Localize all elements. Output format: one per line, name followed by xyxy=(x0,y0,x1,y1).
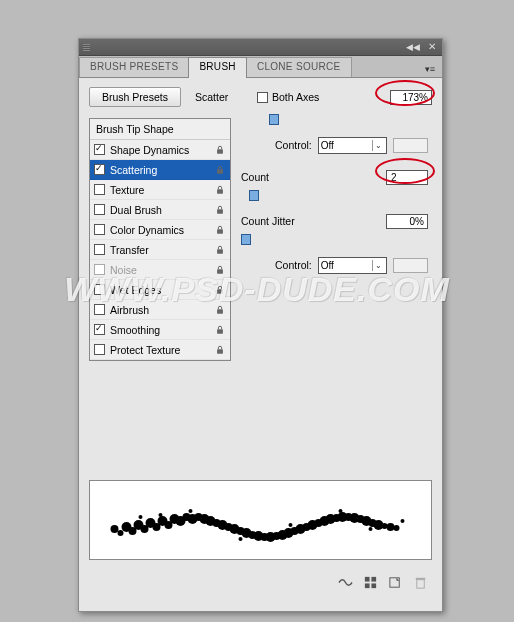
option-smoothing[interactable]: Smoothing xyxy=(90,320,230,340)
option-label: Smoothing xyxy=(110,324,214,336)
brush-panel: ◀◀ ✕ BRUSH PRESETS BRUSH CLONE SOURCE ▾≡… xyxy=(78,38,443,612)
option-checkbox[interactable] xyxy=(94,144,105,155)
option-label: Shape Dynamics xyxy=(110,144,214,156)
svg-point-58 xyxy=(394,525,400,531)
option-label: Noise xyxy=(110,264,214,276)
svg-rect-1 xyxy=(217,169,223,174)
svg-rect-68 xyxy=(371,577,376,582)
svg-rect-9 xyxy=(217,329,223,334)
scatter-control-label: Control: xyxy=(241,139,318,151)
brush-presets-button[interactable]: Brush Presets xyxy=(89,87,181,107)
svg-point-65 xyxy=(339,509,343,513)
lock-icon[interactable] xyxy=(214,284,226,296)
option-checkbox[interactable] xyxy=(94,224,105,235)
option-checkbox[interactable] xyxy=(94,164,105,175)
toggle-preview-icon[interactable] xyxy=(338,575,353,590)
option-label: Dual Brush xyxy=(110,204,214,216)
lock-icon[interactable] xyxy=(214,264,226,276)
option-checkbox[interactable] xyxy=(94,344,105,355)
tab-brush[interactable]: BRUSH xyxy=(188,57,247,78)
option-label: Protect Texture xyxy=(110,344,214,356)
lock-icon[interactable] xyxy=(214,204,226,216)
count-slider[interactable] xyxy=(241,190,428,204)
svg-point-61 xyxy=(159,513,163,517)
option-noise[interactable]: Noise xyxy=(90,260,230,280)
svg-rect-4 xyxy=(217,229,223,234)
tab-brush-presets[interactable]: BRUSH PRESETS xyxy=(79,57,189,77)
option-checkbox[interactable] xyxy=(94,204,105,215)
count-label: Count xyxy=(241,171,303,183)
option-checkbox[interactable] xyxy=(94,184,105,195)
lock-icon[interactable] xyxy=(214,164,226,176)
option-scattering[interactable]: Scattering xyxy=(90,160,230,180)
svg-rect-73 xyxy=(416,578,425,580)
toggle-live-icon[interactable] xyxy=(363,575,378,590)
option-label: Color Dynamics xyxy=(110,224,214,236)
svg-rect-72 xyxy=(417,580,425,588)
option-checkbox[interactable] xyxy=(94,284,105,295)
scatter-control-select[interactable]: Off ⌄ xyxy=(318,137,387,154)
grip-icon xyxy=(83,44,90,51)
brush-tip-shape-header[interactable]: Brush Tip Shape xyxy=(90,119,230,140)
lock-icon[interactable] xyxy=(214,224,226,236)
panel-menu-icon[interactable]: ▾≡ xyxy=(422,61,438,77)
option-shape-dynamics[interactable]: Shape Dynamics xyxy=(90,140,230,160)
scatter-value-field[interactable]: 173% xyxy=(390,90,432,105)
collapse-icon[interactable]: ◀◀ xyxy=(406,42,420,52)
count-value-field[interactable]: 2 xyxy=(386,170,428,185)
svg-point-66 xyxy=(369,527,373,531)
count-control-select[interactable]: Off ⌄ xyxy=(318,257,387,274)
svg-point-64 xyxy=(289,523,293,527)
option-checkbox[interactable] xyxy=(94,304,105,315)
option-label: Scattering xyxy=(110,164,214,176)
option-transfer[interactable]: Transfer xyxy=(90,240,230,260)
svg-point-56 xyxy=(382,523,388,529)
svg-rect-10 xyxy=(217,349,223,354)
option-checkbox[interactable] xyxy=(94,244,105,255)
option-label: Wet Edges xyxy=(110,284,214,296)
svg-rect-5 xyxy=(217,249,223,254)
tab-clone-source[interactable]: CLONE SOURCE xyxy=(246,57,352,77)
option-wet-edges[interactable]: Wet Edges xyxy=(90,280,230,300)
svg-rect-2 xyxy=(217,189,223,194)
count-jitter-field[interactable]: 0% xyxy=(386,214,428,229)
panel-content: Brush Presets Scatter Both Axes 173% Con… xyxy=(79,78,442,602)
brush-preview xyxy=(89,480,432,560)
option-protect-texture[interactable]: Protect Texture xyxy=(90,340,230,360)
svg-point-12 xyxy=(118,530,124,536)
option-checkbox[interactable] xyxy=(94,264,105,275)
both-axes-checkbox[interactable] xyxy=(257,92,268,103)
svg-rect-0 xyxy=(217,149,223,154)
lock-icon[interactable] xyxy=(214,244,226,256)
option-texture[interactable]: Texture xyxy=(90,180,230,200)
svg-rect-70 xyxy=(371,583,376,588)
svg-point-60 xyxy=(139,515,143,519)
panel-titlebar[interactable]: ◀◀ ✕ xyxy=(79,39,442,56)
svg-rect-8 xyxy=(217,309,223,314)
scatter-control-extra xyxy=(393,138,428,153)
lock-icon[interactable] xyxy=(214,344,226,356)
lock-icon[interactable] xyxy=(214,324,226,336)
count-jitter-slider[interactable] xyxy=(241,234,428,248)
option-dual-brush[interactable]: Dual Brush xyxy=(90,200,230,220)
option-checkbox[interactable] xyxy=(94,324,105,335)
count-control-extra xyxy=(393,258,428,273)
scatter-slider[interactable] xyxy=(241,114,428,128)
svg-rect-67 xyxy=(365,577,370,582)
new-preset-icon[interactable] xyxy=(388,575,403,590)
svg-rect-6 xyxy=(217,269,223,274)
svg-point-11 xyxy=(111,525,119,533)
option-label: Transfer xyxy=(110,244,214,256)
option-color-dynamics[interactable]: Color Dynamics xyxy=(90,220,230,240)
svg-rect-7 xyxy=(217,289,223,294)
trash-icon[interactable] xyxy=(413,575,428,590)
chevron-down-icon: ⌄ xyxy=(372,140,384,151)
lock-icon[interactable] xyxy=(214,304,226,316)
option-label: Airbrush xyxy=(110,304,214,316)
lock-icon[interactable] xyxy=(214,184,226,196)
lock-icon[interactable] xyxy=(214,144,226,156)
close-icon[interactable]: ✕ xyxy=(428,41,436,52)
svg-point-59 xyxy=(401,519,405,523)
option-airbrush[interactable]: Airbrush xyxy=(90,300,230,320)
svg-rect-3 xyxy=(217,209,223,214)
